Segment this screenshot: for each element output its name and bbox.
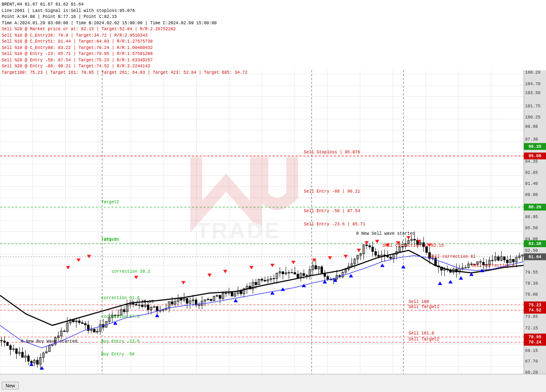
new-button[interactable]: New (2, 382, 19, 389)
main-chart-canvas[interactable] (0, 0, 546, 392)
chart-container: TRADE BRENT,H4 81.67 81.67 81.62 81.64 L… (0, 0, 546, 392)
